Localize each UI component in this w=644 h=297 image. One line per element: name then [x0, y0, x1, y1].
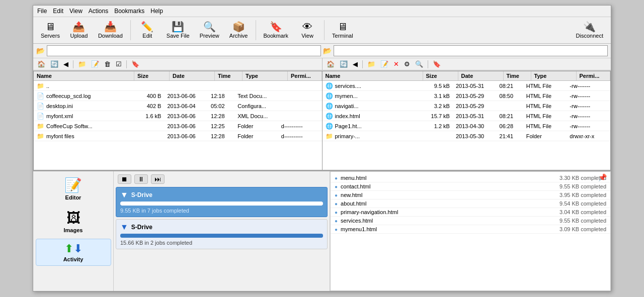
right-address-input[interactable]: [S-Drive] /one/site/	[334, 45, 608, 56]
left-file-row[interactable]: 📁..	[34, 81, 322, 91]
activity-icon: ⬆⬇	[64, 242, 83, 255]
transfer-file-row[interactable]: ● menu.html 3.30 KB completed	[331, 174, 610, 182]
menu-bookmarks[interactable]: Bookmarks	[114, 8, 144, 15]
pane-toolbars: 🏠 🔄 ◀ 📁 📝 🗑 ☑ 🔖 🏠 🔄 ◀ 📁 📝 ✕ ⚙ 🔍 🔖	[33, 58, 611, 71]
left-address-pane: 📂 C:\Users\Scott Swederski\Documents\	[36, 45, 321, 56]
view-button[interactable]: 👁 View	[294, 19, 321, 41]
transfer-pause-button[interactable]: ⏸	[134, 174, 148, 184]
transfer-next-button[interactable]: ⏭	[151, 174, 165, 184]
left-file-row[interactable]: 📄desktop.ini 402 B 2013-06-04 05:02 Conf…	[34, 101, 322, 111]
activity-sidebar-btn[interactable]: ⬆⬇ Activity	[36, 239, 111, 266]
transfer-filelist: ● menu.html 3.30 KB completed ● contact.…	[330, 171, 611, 291]
right-bookmarks-button[interactable]: 🔖	[431, 59, 443, 69]
transfer-file-row[interactable]: ● primary-navigation.html 3.04 KB comple…	[331, 208, 610, 217]
left-file-row[interactable]: 📁myfont files 2013-06-06 12:28 Folder d-…	[34, 131, 322, 141]
transfer-file-name: mymenu1.html	[341, 226, 559, 232]
transfer-file-row[interactable]: ● mymenu1.html 3.09 KB completed	[331, 225, 610, 234]
activity-label: Activity	[63, 256, 84, 262]
right-search-button[interactable]: 🔍	[413, 59, 425, 69]
left-file-row[interactable]: 📄myfont.xml 1.6 kB 2013-06-06 12:28 XML …	[34, 111, 322, 121]
left-delete-button[interactable]: 🗑	[102, 59, 113, 69]
toolbar: 🖥 Servers 📤 Upload 📥 Download ✏️ Edit 💾 …	[33, 17, 611, 44]
toolbar-sep-1	[130, 20, 131, 40]
right-file-row[interactable]: 🌐navigati... 3.2 kB 2013-05-29 HTML File…	[323, 101, 611, 111]
right-newfolder-button[interactable]: 📁	[365, 59, 377, 69]
disconnect-label: Disconnect	[576, 33, 603, 39]
archive-button[interactable]: 📦 Archive	[225, 19, 253, 41]
transfer-job[interactable]: ▼ S-Drive 15.66 KB in 2 jobs completed	[116, 219, 328, 249]
left-col-time: Time	[215, 71, 243, 80]
right-file-list: 🌐services.... 9.5 kB 2013-05-31 08:21 HT…	[323, 81, 611, 170]
save-file-icon: 💾	[172, 22, 184, 32]
images-sidebar-btn[interactable]: 🖼 Images	[36, 206, 111, 237]
right-file-row[interactable]: 📁primary-... 2013-05-30 21:41 Folder drw…	[323, 131, 611, 141]
left-home-button[interactable]: 🏠	[35, 59, 47, 69]
left-rename-button[interactable]: 📝	[89, 59, 101, 69]
right-file-row[interactable]: 🌐index.html 15.7 kB 2013-05-31 08:21 HTM…	[323, 111, 611, 121]
right-permissions-button[interactable]: ⚙	[402, 59, 412, 69]
view-icon: 👁	[302, 22, 312, 32]
transfer-file-row[interactable]: ● new.html 3.95 KB completed	[331, 191, 610, 200]
transfer-file-row[interactable]: ● about.html 9.54 KB completed	[331, 200, 610, 208]
left-col-type: Type	[243, 71, 288, 80]
left-refresh-button[interactable]: 🔄	[48, 59, 60, 69]
bookmark-icon: 🔖	[270, 22, 282, 32]
right-rename-button[interactable]: 📝	[378, 59, 390, 69]
disconnect-icon: 🔌	[583, 22, 596, 32]
edit-icon: ✏️	[141, 22, 153, 32]
transfer-jobs-list: ▼ S-Drive 9.55 KB in 7 jobs completed ▼ …	[116, 187, 328, 289]
left-file-row[interactable]: 📁CoffeeCup Softw... 2013-06-06 12:25 Fol…	[34, 121, 322, 131]
job-drive: S-Drive	[131, 191, 152, 199]
servers-icon: 🖥	[45, 22, 55, 32]
right-back-button[interactable]: ◀	[351, 59, 360, 69]
right-refresh-button[interactable]: 🔄	[338, 59, 350, 69]
right-address-folder-icon[interactable]: 📂	[323, 47, 332, 55]
pin-icon[interactable]: 📌	[598, 173, 607, 181]
transfer-file-icon: ●	[335, 184, 338, 189]
toolbar-sep-2	[256, 20, 256, 40]
left-file-list: 📁.. 📄coffeecup_scd.log 400 B 2013-06-06 …	[34, 81, 322, 170]
transfer-job[interactable]: ▼ S-Drive 9.55 KB in 7 jobs completed	[116, 187, 328, 217]
right-pane-header: Name Size Date Time Type Permi...	[323, 71, 611, 81]
right-file-row[interactable]: 🌐Page1.ht... 1.2 kB 2013-04-30 06:28 HTM…	[323, 121, 611, 131]
editor-sidebar-btn[interactable]: 📝 Editor	[36, 173, 111, 204]
download-button[interactable]: 📥 Download	[94, 19, 127, 41]
upload-button[interactable]: 📤 Upload	[65, 19, 93, 41]
transfer-file-row[interactable]: ● services.html 9.55 KB completed	[331, 217, 610, 225]
preview-button[interactable]: 🔍 Preview	[195, 19, 224, 41]
terminal-button[interactable]: 🖥 Terminal	[328, 19, 358, 41]
right-col-size: Size	[423, 71, 458, 80]
save-file-button[interactable]: 💾 Save File	[162, 19, 194, 41]
menu-actions[interactable]: Actions	[89, 8, 108, 15]
job-progress-fill	[120, 234, 323, 238]
transfer-file-status: 3.95 KB completed	[559, 192, 606, 198]
left-address-input[interactable]: C:\Users\Scott Swederski\Documents\	[47, 45, 321, 56]
left-tb-sep2	[126, 60, 127, 68]
upload-icon: 📤	[72, 22, 85, 32]
left-newfolder-button[interactable]: 📁	[76, 59, 88, 69]
left-back-button[interactable]: ◀	[61, 59, 70, 69]
servers-button[interactable]: 🖥 Servers	[36, 19, 64, 41]
disconnect-button[interactable]: 🔌 Disconnect	[572, 19, 608, 41]
bottom-panel: 📝 Editor 🖼 Images ⬆⬇ Activity ⏹	[33, 170, 611, 291]
left-bookmarks-button[interactable]: 🔖	[129, 59, 141, 69]
transfer-file-name: services.html	[341, 218, 559, 224]
left-address-folder-icon[interactable]: 📂	[36, 47, 45, 55]
toolbar-sep-3	[324, 20, 325, 40]
menu-view[interactable]: View	[69, 8, 83, 15]
menu-edit[interactable]: Edit	[53, 8, 63, 15]
right-home-button[interactable]: 🏠	[325, 59, 337, 69]
transfer-file-row[interactable]: ● contact.html 9.55 KB completed	[331, 182, 610, 191]
right-col-date: Date	[458, 71, 504, 80]
right-file-row[interactable]: 🌐services.... 9.5 kB 2013-05-31 08:21 HT…	[323, 81, 611, 91]
right-delete-button[interactable]: ✕	[391, 59, 401, 69]
menu-file[interactable]: File	[37, 8, 47, 15]
menu-help[interactable]: Help	[150, 8, 163, 15]
transfer-stop-button[interactable]: ⏹	[118, 174, 131, 184]
transfer-file-icon: ●	[335, 227, 338, 232]
bookmark-button[interactable]: 🔖 Bookmark	[259, 19, 293, 41]
left-select-button[interactable]: ☑	[114, 59, 124, 69]
edit-button[interactable]: ✏️ Edit	[134, 19, 161, 41]
left-file-row[interactable]: 📄coffeecup_scd.log 400 B 2013-06-06 12:1…	[34, 91, 322, 101]
right-file-row[interactable]: 🌐mymen... 3.1 kB 2013-05-29 08:50 HTML F…	[323, 91, 611, 101]
